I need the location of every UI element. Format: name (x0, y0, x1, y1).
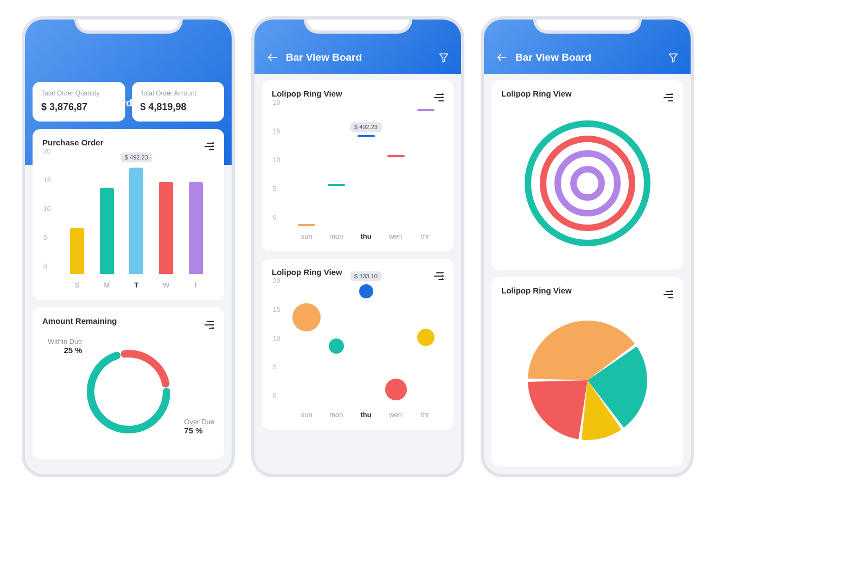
card-title: Lolipop Ring View (272, 89, 342, 98)
card-body (492, 101, 683, 270)
purchase-order-card: Purchase Order 05101520SMTWT$ 492.23 (33, 129, 224, 300)
stage: Bar View Board Total Order Quantity $ 3,… (22, 16, 846, 477)
kpi-label: Total Order Quantity (41, 90, 117, 97)
kpi-value: $ 3,876,87 (41, 101, 117, 113)
phone-notch (533, 16, 642, 34)
dash-chart[interactable]: 05101520sunmonthuwenthr$ 492.23 (273, 110, 443, 240)
card-title: Lolipop Ring View (501, 89, 572, 98)
card-body: 05101520SMTWT$ 492.23 (33, 150, 224, 300)
pie-chart-card: Lolipop Ring View (492, 277, 683, 466)
card-title: Amount Remaining (42, 316, 117, 325)
phone-notch (304, 16, 412, 34)
svg-marker-3 (440, 54, 448, 62)
phone-notch (74, 16, 183, 34)
card-header: Lolipop Ring View (492, 80, 683, 101)
amount-remaining-card: Amount Remaining Within Due 25 % Over Du… (33, 308, 224, 459)
card-title: Lolipop Ring View (501, 286, 572, 295)
content: Total Order Quantity $ 3,876,87 Total Or… (33, 82, 224, 469)
back-icon[interactable] (266, 52, 278, 63)
content: Lolipop Ring View Lolipop Ring View (492, 80, 683, 469)
dash-chart-card: Lolipop Ring View 05101520sunmonthuwenth… (262, 80, 454, 251)
filter-icon[interactable] (438, 52, 449, 63)
donut-chart[interactable]: Within Due 25 % Over Due 75 % (40, 332, 216, 451)
scatter-chart-card: Lolipop Ring View 05101520sunmonthuwenth… (262, 259, 454, 430)
kpi-label: Total Order Amount (141, 90, 216, 97)
card-body (492, 298, 683, 466)
kpi-total-quantity[interactable]: Total Order Quantity $ 3,876,87 (33, 82, 125, 122)
card-header: Lolipop Ring View (262, 80, 454, 101)
kpi-value: $ 4,819,98 (141, 101, 216, 113)
card-title: Lolipop Ring View (272, 267, 342, 277)
card-body: Within Due 25 % Over Due 75 % (33, 329, 224, 459)
kpi-total-amount[interactable]: Total Order Amount $ 4,819,98 (132, 82, 225, 122)
card-title: Purchase Order (42, 138, 104, 147)
kpi-row: Total Order Quantity $ 3,876,87 Total Or… (33, 82, 224, 122)
card-header: Purchase Order (33, 129, 224, 150)
rings-chart-card: Lolipop Ring View (492, 80, 683, 270)
page-title: Bar View Board (286, 52, 362, 63)
phone-3: Bar View Board Lolipop Ring View (481, 16, 694, 477)
svg-marker-5 (669, 54, 678, 62)
card-header: Lolipop Ring View (492, 277, 683, 298)
pie-chart[interactable] (499, 302, 675, 459)
filter-icon[interactable] (668, 52, 679, 63)
rings-chart[interactable] (499, 105, 675, 262)
donut-left-label: Within Due 25 % (48, 337, 82, 355)
scatter-chart[interactable]: 05101520sunmonthuwenthr$ 333.10 (273, 289, 443, 419)
bar-chart[interactable]: 05101520SMTWT$ 492.23 (43, 159, 213, 289)
card-body: 05101520sunmonthuwenthr$ 333.10 (262, 280, 454, 430)
donut-right-label: Over Due 75 % (184, 418, 214, 435)
phone-2: Bar View Board Lolipop Ring View 0510152… (251, 16, 464, 477)
card-body: 05101520sunmonthuwenthr$ 492.23 (262, 101, 454, 251)
content: Lolipop Ring View 05101520sunmonthuwenth… (262, 80, 454, 469)
svg-point-8 (558, 154, 617, 213)
phone-1: Bar View Board Total Order Quantity $ 3,… (22, 16, 235, 477)
back-icon[interactable] (496, 52, 508, 63)
svg-point-9 (573, 169, 602, 197)
page-title: Bar View Board (515, 52, 591, 63)
card-header: Amount Remaining (33, 308, 224, 329)
